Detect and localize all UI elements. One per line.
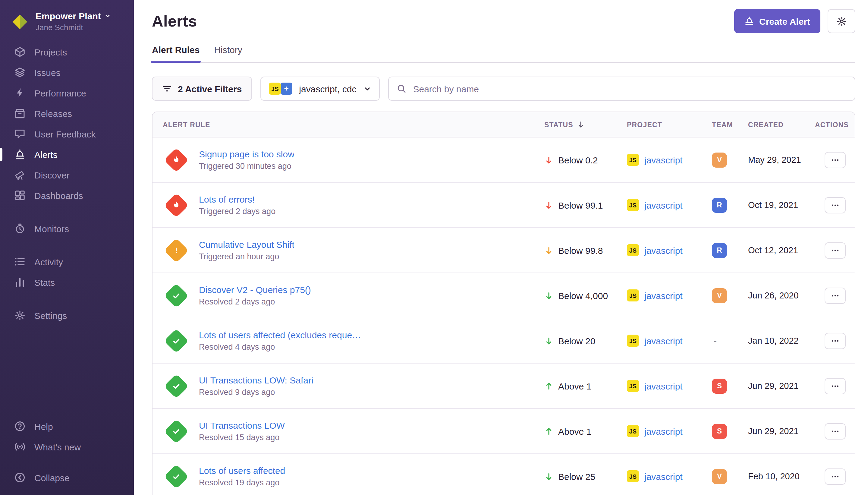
sidebar-item-issues[interactable]: Issues [0,62,134,83]
sidebar-item-performance[interactable]: Performance [0,83,134,103]
sidebar-item-dashboards[interactable]: Dashboards [0,185,134,206]
row-actions-button[interactable] [824,332,845,349]
no-team-dash: - [712,336,717,346]
alert-rule-last-status: Resolved 15 days ago [199,433,285,442]
project-link[interactable]: javascript [644,381,683,391]
alert-type-icon [164,374,189,398]
alert-rule-link[interactable]: Lots of users affected [199,465,285,476]
column-header-created: Created [748,121,815,128]
team-avatar[interactable]: V [712,288,727,303]
project-link[interactable]: javascript [644,200,683,210]
project-selector[interactable]: JS javascript, cdc [260,76,380,101]
sidebar-item-settings[interactable]: Settings [0,305,134,326]
alerts-icon [15,149,25,160]
status-cell: Above 1 [544,426,627,436]
javascript-platform-icon: JS [627,244,639,256]
row-actions-button[interactable] [824,152,845,168]
alert-rule-link[interactable]: Discover V2 - Queries p75() [199,285,311,295]
search-input[interactable] [412,83,847,95]
org-user-name: Jane Schmidt [36,23,111,32]
team-avatar[interactable]: R [712,198,727,212]
project-link[interactable]: javascript [644,336,683,346]
sort-descending-icon [577,121,585,129]
sidebar-item-stats[interactable]: Stats [0,272,134,292]
row-actions-button[interactable] [824,378,845,394]
sidebar-item-monitors[interactable]: Monitors [0,218,134,239]
tab-alert-rules[interactable]: Alert Rules [152,45,199,62]
settings-icon [15,310,25,321]
team-avatar[interactable]: V [712,152,727,167]
javascript-platform-icon: JS [627,425,639,437]
project-link[interactable]: javascript [644,471,683,481]
project-link[interactable]: javascript [644,155,683,165]
alert-rule-link[interactable]: UI Transactions LOW [199,420,285,430]
org-switcher[interactable]: Empower Plant Jane Schmidt [0,8,134,41]
create-alert-button[interactable]: Create Alert [734,9,820,33]
team-avatar[interactable]: R [712,243,727,258]
active-filters-button[interactable]: 2 Active Filters [152,76,252,101]
alert-settings-button[interactable] [828,9,855,33]
alert-rule-link[interactable]: Lots of errors! [199,194,276,204]
check-icon [172,291,181,300]
alert-rule-link[interactable]: Cumulative Layout Shift [199,239,294,250]
row-actions-button[interactable] [824,287,845,304]
tab-bar: Alert Rules History [152,45,855,63]
search-box [388,76,855,101]
status-threshold: Below 99.1 [558,200,603,210]
created-date: Jun 29, 2021 [748,381,815,391]
sidebar-item-activity[interactable]: Activity [0,252,134,272]
help-icon [15,421,25,432]
ellipsis-icon [830,472,839,481]
javascript-platform-icon: JS [627,380,639,392]
alert-rule-last-status: Triggered 30 minutes ago [199,161,294,171]
status-threshold: Below 25 [558,471,595,481]
team-avatar[interactable]: V [712,469,727,484]
alert-rule-last-status: Resolved 4 days ago [199,342,361,352]
sidebar-item-alerts[interactable]: Alerts [0,144,134,165]
org-name: Empower Plant [36,11,101,21]
row-actions-button[interactable] [824,197,845,213]
team-avatar[interactable]: S [712,424,727,439]
empower-plant-logo [11,12,29,31]
sidebar-item-discover[interactable]: Discover [0,165,134,185]
gear-icon [836,16,847,26]
javascript-platform-icon: JS [627,335,639,347]
main-content: Alerts Create Alert Alert Rules History [134,0,868,495]
alert-rule-link[interactable]: Lots of users affected (excludes reque… [199,330,361,340]
status-threshold: Below 4,000 [558,290,608,301]
sidebar-item-help[interactable]: Help [0,416,134,437]
page-title: Alerts [152,12,197,31]
releases-icon [15,108,25,119]
performance-icon [15,87,25,98]
project-link[interactable]: javascript [644,426,683,436]
sidebar-item-releases[interactable]: Releases [0,103,134,124]
alert-rule-link[interactable]: Signup page is too slow [199,149,294,159]
created-date: Oct 12, 2021 [748,245,815,255]
row-actions-button[interactable] [824,468,845,484]
alert-rule-last-status: Resolved 19 days ago [199,478,285,487]
sidebar-item-collapse[interactable]: Collapse [0,467,134,488]
user-feedback-icon [15,129,25,139]
project-link[interactable]: javascript [644,245,683,255]
trend-arrow-icon [544,155,553,164]
alert-rule-link[interactable]: UI Transactions LOW: Safari [199,375,313,385]
trend-arrow-icon [544,291,553,300]
created-date: Feb 10, 2020 [748,472,815,481]
sidebar-item-whats-new[interactable]: What's new [0,437,134,457]
project-link[interactable]: javascript [644,290,683,301]
tab-history[interactable]: History [214,45,242,62]
sidebar-item-user-feedback[interactable]: User Feedback [0,124,134,144]
row-actions-button[interactable] [824,423,845,439]
alert-rule-last-status: Resolved 2 days ago [199,297,311,306]
sidebar-item-projects[interactable]: Projects [0,41,134,62]
chevron-down-icon [363,85,371,92]
row-actions-button[interactable] [824,242,845,258]
alert-type-icon [164,193,189,217]
trend-arrow-icon [544,427,553,436]
status-cell: Below 99.1 [544,200,627,210]
trend-arrow-icon [544,201,553,209]
column-header-status[interactable]: Status [544,121,627,129]
fire-icon [172,155,181,164]
team-avatar[interactable]: S [712,378,727,393]
alert-rule-row: UI Transactions LOW Resolved 15 days ago… [153,408,855,454]
